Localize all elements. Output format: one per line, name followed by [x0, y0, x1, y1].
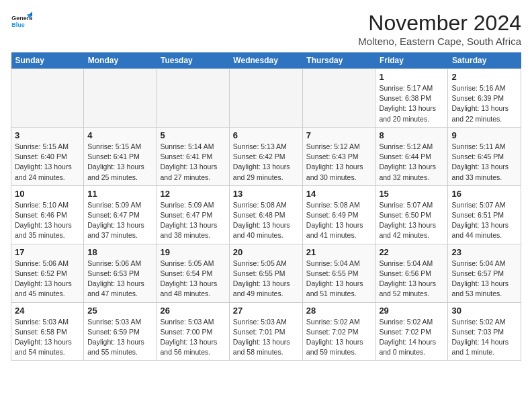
calendar-cell: 20Sunrise: 5:05 AMSunset: 6:55 PMDayligh… — [229, 244, 302, 302]
day-info: Sunrise: 5:12 AMSunset: 6:44 PMDaylight:… — [379, 142, 444, 183]
day-info: Sunrise: 5:06 AMSunset: 6:52 PMDaylight:… — [15, 259, 80, 300]
calendar-week-row: 1Sunrise: 5:17 AMSunset: 6:38 PMDaylight… — [11, 69, 521, 128]
day-number: 15 — [379, 189, 444, 199]
day-number: 30 — [451, 306, 517, 316]
day-number: 3 — [15, 130, 80, 140]
calendar-cell — [84, 69, 157, 128]
day-of-week-header: Monday — [84, 52, 157, 69]
calendar-cell: 13Sunrise: 5:08 AMSunset: 6:48 PMDayligh… — [229, 185, 302, 244]
calendar-cell: 15Sunrise: 5:07 AMSunset: 6:50 PMDayligh… — [375, 185, 448, 244]
day-info: Sunrise: 5:09 AMSunset: 6:47 PMDaylight:… — [87, 200, 152, 241]
page-header: General Blue November 2024 Molteno, East… — [11, 11, 521, 47]
day-number: 19 — [161, 247, 226, 257]
day-number: 10 — [15, 189, 80, 199]
logo-icon: General Blue — [11, 11, 32, 32]
day-info: Sunrise: 5:04 AMSunset: 6:55 PMDaylight:… — [306, 259, 372, 300]
day-info: Sunrise: 5:08 AMSunset: 6:48 PMDaylight:… — [233, 200, 299, 241]
day-info: Sunrise: 5:03 AMSunset: 6:58 PMDaylight:… — [15, 317, 80, 358]
day-number: 25 — [87, 306, 152, 316]
day-number: 24 — [15, 306, 80, 316]
day-number: 7 — [306, 130, 372, 140]
calendar-week-row: 10Sunrise: 5:10 AMSunset: 6:46 PMDayligh… — [11, 185, 521, 244]
day-number: 9 — [451, 130, 517, 140]
calendar-cell: 26Sunrise: 5:03 AMSunset: 7:00 PMDayligh… — [157, 302, 229, 361]
day-info: Sunrise: 5:03 AMSunset: 6:59 PMDaylight:… — [87, 317, 152, 358]
day-number: 12 — [161, 189, 226, 199]
calendar-cell: 11Sunrise: 5:09 AMSunset: 6:47 PMDayligh… — [84, 185, 157, 244]
calendar-table: SundayMondayTuesdayWednesdayThursdayFrid… — [11, 52, 521, 361]
calendar-week-row: 24Sunrise: 5:03 AMSunset: 6:58 PMDayligh… — [11, 302, 521, 361]
calendar-cell — [157, 69, 229, 128]
calendar-cell: 24Sunrise: 5:03 AMSunset: 6:58 PMDayligh… — [11, 302, 84, 361]
calendar-cell: 30Sunrise: 5:02 AMSunset: 7:03 PMDayligh… — [448, 302, 521, 361]
day-info: Sunrise: 5:10 AMSunset: 6:46 PMDaylight:… — [15, 200, 80, 241]
day-of-week-header: Sunday — [11, 52, 84, 69]
day-info: Sunrise: 5:02 AMSunset: 7:02 PMDaylight:… — [379, 317, 444, 358]
day-number: 21 — [306, 247, 372, 257]
day-info: Sunrise: 5:15 AMSunset: 6:41 PMDaylight:… — [87, 142, 152, 183]
day-number: 28 — [306, 306, 372, 316]
day-of-week-header: Tuesday — [157, 52, 229, 69]
day-of-week-header: Friday — [375, 52, 448, 69]
day-number: 6 — [233, 130, 299, 140]
day-info: Sunrise: 5:02 AMSunset: 7:02 PMDaylight:… — [306, 317, 372, 358]
calendar-cell: 7Sunrise: 5:12 AMSunset: 6:43 PMDaylight… — [302, 127, 375, 185]
day-info: Sunrise: 5:15 AMSunset: 6:40 PMDaylight:… — [15, 142, 80, 183]
day-info: Sunrise: 5:07 AMSunset: 6:50 PMDaylight:… — [379, 200, 444, 241]
day-of-week-header: Thursday — [302, 52, 375, 69]
day-info: Sunrise: 5:04 AMSunset: 6:57 PMDaylight:… — [451, 259, 517, 300]
svg-text:Blue: Blue — [11, 21, 24, 28]
calendar-cell: 16Sunrise: 5:07 AMSunset: 6:51 PMDayligh… — [448, 185, 521, 244]
day-number: 2 — [451, 72, 517, 82]
day-number: 14 — [306, 189, 372, 199]
day-info: Sunrise: 5:05 AMSunset: 6:54 PMDaylight:… — [161, 259, 226, 300]
calendar-cell: 5Sunrise: 5:14 AMSunset: 6:41 PMDaylight… — [157, 127, 229, 185]
day-number: 1 — [379, 72, 444, 82]
day-info: Sunrise: 5:06 AMSunset: 6:53 PMDaylight:… — [87, 259, 152, 300]
day-info: Sunrise: 5:17 AMSunset: 6:38 PMDaylight:… — [379, 83, 444, 124]
day-of-week-header: Wednesday — [229, 52, 302, 69]
day-number: 8 — [379, 130, 444, 140]
day-number: 5 — [161, 130, 226, 140]
calendar-cell: 18Sunrise: 5:06 AMSunset: 6:53 PMDayligh… — [84, 244, 157, 302]
calendar-week-row: 17Sunrise: 5:06 AMSunset: 6:52 PMDayligh… — [11, 244, 521, 302]
day-number: 16 — [451, 189, 517, 199]
day-info: Sunrise: 5:03 AMSunset: 7:01 PMDaylight:… — [233, 317, 299, 358]
calendar-cell — [302, 69, 375, 128]
day-of-week-header: Saturday — [448, 52, 521, 69]
calendar-cell: 8Sunrise: 5:12 AMSunset: 6:44 PMDaylight… — [375, 127, 448, 185]
day-number: 4 — [87, 130, 152, 140]
calendar-week-row: 3Sunrise: 5:15 AMSunset: 6:40 PMDaylight… — [11, 127, 521, 185]
day-info: Sunrise: 5:12 AMSunset: 6:43 PMDaylight:… — [306, 142, 372, 183]
day-number: 29 — [379, 306, 444, 316]
day-info: Sunrise: 5:13 AMSunset: 6:42 PMDaylight:… — [233, 142, 299, 183]
month-title: November 2024 — [358, 11, 521, 36]
day-info: Sunrise: 5:08 AMSunset: 6:49 PMDaylight:… — [306, 200, 372, 241]
day-info: Sunrise: 5:03 AMSunset: 7:00 PMDaylight:… — [161, 317, 226, 358]
day-info: Sunrise: 5:11 AMSunset: 6:45 PMDaylight:… — [451, 142, 517, 183]
day-number: 26 — [161, 306, 226, 316]
calendar-cell: 19Sunrise: 5:05 AMSunset: 6:54 PMDayligh… — [157, 244, 229, 302]
day-number: 22 — [379, 247, 444, 257]
day-info: Sunrise: 5:02 AMSunset: 7:03 PMDaylight:… — [451, 317, 517, 358]
day-number: 11 — [87, 189, 152, 199]
calendar-cell: 14Sunrise: 5:08 AMSunset: 6:49 PMDayligh… — [302, 185, 375, 244]
calendar-cell: 17Sunrise: 5:06 AMSunset: 6:52 PMDayligh… — [11, 244, 84, 302]
calendar-cell: 6Sunrise: 5:13 AMSunset: 6:42 PMDaylight… — [229, 127, 302, 185]
calendar-cell: 1Sunrise: 5:17 AMSunset: 6:38 PMDaylight… — [375, 69, 448, 128]
calendar-cell: 9Sunrise: 5:11 AMSunset: 6:45 PMDaylight… — [448, 127, 521, 185]
calendar-cell: 21Sunrise: 5:04 AMSunset: 6:55 PMDayligh… — [302, 244, 375, 302]
calendar-cell: 22Sunrise: 5:04 AMSunset: 6:56 PMDayligh… — [375, 244, 448, 302]
title-area: November 2024 Molteno, Eastern Cape, Sou… — [358, 11, 521, 47]
day-number: 13 — [233, 189, 299, 199]
calendar-cell: 3Sunrise: 5:15 AMSunset: 6:40 PMDaylight… — [11, 127, 84, 185]
calendar-cell: 4Sunrise: 5:15 AMSunset: 6:41 PMDaylight… — [84, 127, 157, 185]
calendar-cell — [11, 69, 84, 128]
day-number: 27 — [233, 306, 299, 316]
calendar-cell — [229, 69, 302, 128]
day-number: 23 — [451, 247, 517, 257]
day-info: Sunrise: 5:05 AMSunset: 6:55 PMDaylight:… — [233, 259, 299, 300]
day-number: 17 — [15, 247, 80, 257]
calendar-cell: 27Sunrise: 5:03 AMSunset: 7:01 PMDayligh… — [229, 302, 302, 361]
day-info: Sunrise: 5:04 AMSunset: 6:56 PMDaylight:… — [379, 259, 444, 300]
